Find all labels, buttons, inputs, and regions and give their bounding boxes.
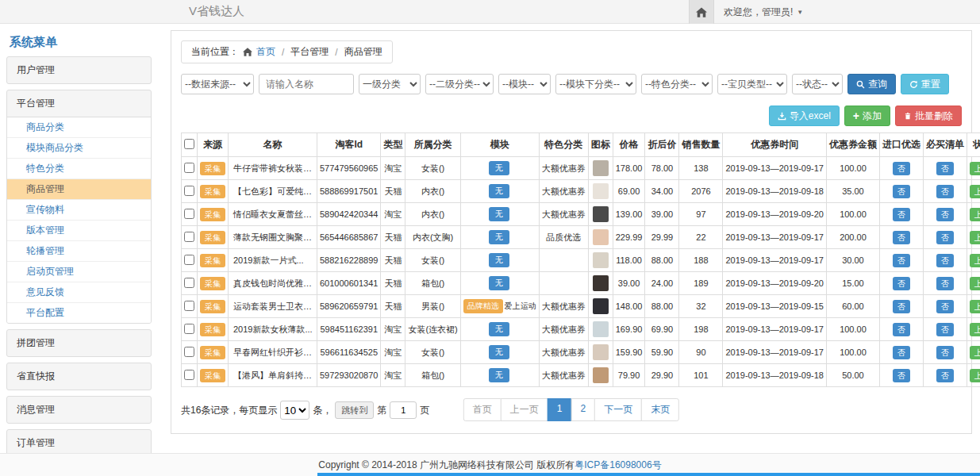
goto-button[interactable]: 跳转到: [335, 401, 374, 419]
page-number-input[interactable]: [390, 401, 417, 419]
breadcrumb-home-link[interactable]: 首页: [256, 45, 275, 59]
sidebar-item-express-news[interactable]: 省直快报: [7, 363, 151, 390]
import-select-toggle[interactable]: 否: [893, 369, 910, 382]
row-checkbox[interactable]: [184, 370, 194, 380]
batch-delete-button[interactable]: 批量删除: [895, 106, 962, 126]
import-select-toggle[interactable]: 否: [893, 162, 910, 175]
page-button[interactable]: 末页: [641, 398, 679, 421]
name-search-input[interactable]: [259, 74, 354, 94]
sidebar-item-message-mgmt[interactable]: 消息管理: [7, 397, 151, 423]
must-buy-toggle[interactable]: 否: [936, 162, 954, 175]
reset-button[interactable]: 重置: [901, 74, 949, 94]
status-badge[interactable]: 上架: [970, 300, 980, 313]
row-checkbox[interactable]: [184, 209, 194, 219]
sales-count: 22: [679, 226, 723, 249]
row-checkbox[interactable]: [184, 301, 194, 311]
module-cell: 无: [460, 249, 539, 272]
level1-category-select[interactable]: 一级分类: [359, 74, 421, 94]
submenu-item[interactable]: 意见反馈: [7, 282, 151, 302]
select-all-checkbox[interactable]: [184, 139, 194, 149]
row-checkbox[interactable]: [184, 347, 194, 357]
coupon-amount: 100.00: [826, 341, 879, 364]
must-buy-toggle[interactable]: 否: [936, 300, 954, 313]
import-select-toggle[interactable]: 否: [893, 185, 910, 198]
home-button[interactable]: [689, 0, 714, 24]
status-badge[interactable]: 上架: [970, 369, 980, 382]
submenu-item[interactable]: 平台配置: [7, 302, 151, 323]
page-button[interactable]: 下一页: [594, 398, 642, 421]
submenu-item[interactable]: 启动页管理: [7, 261, 151, 282]
row-checkbox[interactable]: [184, 255, 194, 265]
per-page-select[interactable]: 10: [280, 401, 309, 420]
must-buy-toggle[interactable]: 否: [936, 185, 954, 198]
page-button[interactable]: 1: [548, 398, 572, 421]
status-select[interactable]: --状态--: [792, 74, 843, 94]
row-checkbox[interactable]: [184, 186, 194, 196]
icp-link[interactable]: 粤ICP备16098006号: [575, 459, 661, 472]
reset-button-label: 重置: [921, 78, 940, 91]
row-checkbox[interactable]: [184, 163, 194, 173]
feature-category-select[interactable]: --特色分类--: [641, 74, 713, 94]
page-button[interactable]: 2: [571, 398, 596, 421]
must-buy-toggle[interactable]: 否: [936, 231, 954, 244]
module-badge: 无: [489, 253, 509, 267]
row-checkbox[interactable]: [184, 232, 194, 242]
sidebar-item-user-mgmt[interactable]: 用户管理: [7, 57, 151, 83]
module-select[interactable]: --模块--: [498, 74, 551, 94]
must-buy-toggle[interactable]: 否: [936, 346, 954, 359]
submenu-item[interactable]: 版本管理: [7, 220, 151, 240]
submenu-item[interactable]: 特色分类: [7, 158, 151, 178]
status-badge[interactable]: 上架: [970, 277, 980, 290]
sidebar-item-order-mgmt[interactable]: 订单管理: [7, 430, 151, 453]
must-buy-toggle[interactable]: 否: [936, 254, 954, 267]
sidebar-item-platform-mgmt[interactable]: 平台管理: [7, 90, 151, 117]
must-buy-toggle[interactable]: 否: [936, 369, 954, 382]
level2-category-select[interactable]: --二级分类--: [425, 74, 494, 94]
status-badge[interactable]: 上架: [970, 346, 980, 359]
must-buy-toggle[interactable]: 否: [936, 208, 954, 221]
import-select-toggle[interactable]: 否: [893, 323, 910, 336]
submenu-item[interactable]: 轮播管理: [7, 240, 151, 261]
module-sub-select[interactable]: --模块下分类--: [555, 74, 636, 94]
submenu-item[interactable]: 商品管理: [7, 178, 151, 199]
submenu-item[interactable]: 模块商品分类: [7, 137, 151, 158]
category: 内衣(文胸): [405, 226, 460, 249]
import-select-toggle[interactable]: 否: [893, 277, 910, 290]
import-excel-button[interactable]: 导入excel: [769, 106, 840, 126]
submenu-item[interactable]: 宣传物料: [7, 199, 151, 220]
coupon-amount: 50.00: [826, 364, 879, 387]
coupon-time: 2019-09-13—2019-09-18: [723, 364, 827, 387]
row-checkbox[interactable]: [184, 278, 194, 288]
item-type-select[interactable]: --宝贝类型--: [717, 74, 787, 94]
must-buy-toggle[interactable]: 否: [936, 277, 954, 290]
table-row: 采集 2019新款一片式... 588216228899 天猫 女装() 无 1…: [182, 249, 980, 272]
import-select-toggle[interactable]: 否: [893, 300, 910, 313]
data-source-select[interactable]: --数据来源--: [181, 74, 254, 94]
column-header: 所属分类: [405, 133, 460, 157]
submenu-item[interactable]: 商品分类: [7, 117, 151, 137]
status-badge[interactable]: 上架: [970, 323, 980, 336]
search-button[interactable]: 查询: [847, 74, 896, 94]
user-menu[interactable]: 欢迎您，管理员! ▼: [714, 0, 813, 24]
import-select-toggle[interactable]: 否: [893, 254, 910, 267]
status-badge[interactable]: 上架: [970, 162, 980, 175]
status-badge[interactable]: 上架: [970, 231, 980, 244]
module-badge: 无: [489, 230, 509, 244]
row-checkbox[interactable]: [184, 324, 194, 334]
page-button[interactable]: 首页: [463, 398, 502, 421]
status-badge[interactable]: 上架: [970, 185, 980, 198]
status-badge[interactable]: 上架: [970, 208, 980, 221]
column-header: 名称: [229, 133, 317, 157]
must-buy-toggle[interactable]: 否: [936, 323, 954, 336]
welcome-text: 欢迎您，管理员!: [724, 6, 793, 19]
add-button[interactable]: + 添加: [844, 106, 890, 126]
import-select-toggle[interactable]: 否: [893, 208, 910, 221]
source-badge: 采集: [200, 208, 225, 221]
price: 139.00: [613, 203, 645, 226]
sidebar-item-groupbuy-mgmt[interactable]: 拼团管理: [7, 330, 151, 356]
import-select-toggle[interactable]: 否: [893, 231, 910, 244]
page-button[interactable]: 上一页: [501, 398, 548, 421]
status-badge[interactable]: 上架: [970, 254, 980, 267]
import-select-toggle[interactable]: 否: [893, 346, 910, 359]
category: 女装(): [405, 249, 460, 272]
